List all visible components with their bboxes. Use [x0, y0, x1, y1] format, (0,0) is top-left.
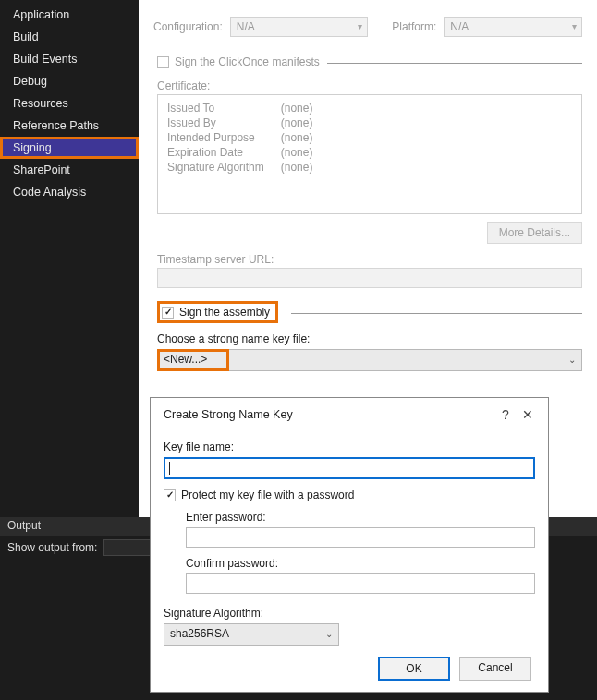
cert-row-val: (none): [281, 160, 330, 175]
signature-algorithm-value: sha256RSA: [170, 627, 229, 640]
sign-assembly-highlight: Sign the assembly: [157, 301, 278, 323]
create-strong-name-key-dialog: Create Strong Name Key ? ✕ Key file name…: [150, 397, 549, 693]
cancel-button[interactable]: Cancel: [459, 657, 531, 681]
signature-algorithm-label: Signature Algorithm:: [164, 607, 535, 620]
choose-key-file-label: Choose a strong name key file:: [157, 332, 582, 345]
platform-label: Platform:: [392, 20, 436, 33]
certificate-box: Issued To(none) Issued By(none) Intended…: [157, 94, 582, 214]
cert-row-val: (none): [281, 145, 330, 160]
divider: [327, 63, 582, 64]
ok-button[interactable]: OK: [378, 657, 450, 681]
divider: [291, 313, 582, 314]
key-file-dropdown-value: <New...>: [164, 353, 207, 366]
sidebar-item-sharepoint[interactable]: SharePoint: [0, 159, 139, 181]
sidebar-item-application[interactable]: Application: [0, 4, 139, 26]
protect-key-checkbox[interactable]: [164, 489, 176, 501]
key-file-name-label: Key file name:: [164, 441, 535, 453]
sidebar-item-signing[interactable]: Signing: [0, 137, 139, 159]
chevron-down-icon: ▾: [358, 21, 362, 31]
sidebar-item-debug[interactable]: Debug: [0, 70, 139, 92]
chevron-down-icon: ⌄: [325, 629, 333, 639]
timestamp-label: Timestamp server URL:: [157, 253, 582, 266]
sidebar-item-code-analysis[interactable]: Code Analysis: [0, 181, 139, 203]
signature-algorithm-combo[interactable]: sha256RSA ⌄: [164, 623, 339, 646]
sidebar-item-resources[interactable]: Resources: [0, 92, 139, 115]
sign-clickonce-label: Sign the ClickOnce manifests: [175, 55, 320, 68]
dialog-title: Create Strong Name Key: [164, 408, 494, 421]
certificate-label: Certificate:: [157, 79, 582, 92]
more-details-button: More Details...: [487, 222, 582, 244]
configuration-label: Configuration:: [153, 20, 223, 33]
cert-row-key: Signature Algorithm: [167, 160, 281, 175]
sidebar-item-build[interactable]: Build: [0, 26, 139, 48]
confirm-password-input[interactable]: [186, 573, 535, 594]
cert-row-val: (none): [281, 115, 330, 130]
show-output-from-label: Show output from:: [7, 541, 97, 554]
chevron-down-icon: ▾: [572, 21, 577, 31]
sign-assembly-checkbox[interactable]: [162, 307, 174, 319]
key-file-dropdown[interactable]: <New...> ⌄: [157, 349, 582, 371]
sidebar-item-reference-paths[interactable]: Reference Paths: [0, 115, 139, 137]
chevron-down-icon: ⌄: [568, 355, 576, 365]
cert-row-key: Intended Purpose: [167, 130, 281, 145]
key-file-name-input[interactable]: [164, 457, 535, 479]
help-icon[interactable]: ?: [494, 407, 517, 422]
configuration-combo: N/A▾: [230, 17, 369, 37]
platform-combo: N/A▾: [444, 17, 582, 37]
cert-row-key: Issued By: [167, 115, 281, 130]
cert-row-key: Expiration Date: [167, 145, 281, 160]
sign-assembly-label: Sign the assembly: [179, 306, 270, 319]
sign-clickonce-checkbox[interactable]: [157, 56, 169, 68]
confirm-password-label: Confirm password:: [186, 557, 535, 570]
enter-password-input[interactable]: [186, 527, 535, 548]
close-icon[interactable]: ✕: [517, 407, 539, 422]
cert-row-val: (none): [281, 130, 330, 145]
cert-row-val: (none): [281, 101, 330, 115]
enter-password-label: Enter password:: [186, 511, 535, 524]
cert-row-key: Issued To: [167, 101, 281, 115]
timestamp-url-input: [157, 268, 582, 288]
sidebar-item-build-events[interactable]: Build Events: [0, 48, 139, 70]
protect-key-label: Protect my key file with a password: [181, 489, 354, 501]
